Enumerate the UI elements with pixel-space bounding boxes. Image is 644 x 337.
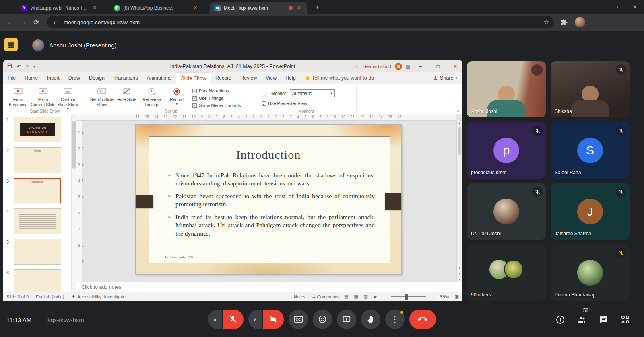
accessibility-status[interactable]: Accessibility: Investigate [71, 294, 125, 299]
tab-whatsapp-business[interactable]: ✆ (8) WhatsApp Business ✕ [109, 2, 203, 14]
tab-close-icon[interactable]: ✕ [192, 4, 199, 11]
slide-thumbnail-5[interactable]: 5 [6, 239, 70, 265]
tab-record[interactable]: Record [211, 72, 236, 84]
slide-sorter-view-button[interactable]: ▦ [354, 294, 358, 299]
window-minimize-button[interactable]: – [588, 0, 607, 14]
tab-close-icon[interactable]: ✕ [91, 4, 98, 11]
participant-tile-others[interactable]: 50 others [467, 245, 546, 301]
ribbon-display-options-icon[interactable]: ▦ [406, 64, 410, 69]
participant-tile-palu[interactable]: Dr. Palu Joshi [467, 183, 546, 240]
zoom-out-button[interactable]: − [383, 294, 385, 299]
slide-thumbnail-3-selected[interactable]: 3 Introduction [6, 178, 70, 203]
tab-meet-active[interactable]: Meet - kqx-ikvw-hxm ✕ [210, 2, 307, 14]
ppt-minimize-button[interactable]: – [414, 60, 427, 72]
tab-file[interactable]: File [3, 72, 20, 84]
tab-home[interactable]: Home [20, 72, 42, 84]
account-badge[interactable]: IS [395, 63, 402, 70]
extensions-icon[interactable] [560, 18, 568, 26]
undo-icon[interactable]: ↶ [17, 64, 21, 70]
zoom-slider[interactable] [391, 296, 426, 297]
leave-call-button[interactable] [409, 310, 436, 329]
tab-view[interactable]: View [261, 72, 281, 84]
participant-tile-saloni[interactable]: S Saloni Rana [551, 122, 630, 179]
tab-yahoo-whatsapp[interactable]: Y whatsapp web - Yahoo India Se ✕ [17, 2, 102, 14]
captions-button[interactable]: CC [289, 310, 308, 329]
share-button[interactable]: Share ▾ [433, 75, 457, 81]
scroll-down-icon[interactable]: ▼ [457, 278, 462, 281]
reading-view-button[interactable]: ▥ [364, 294, 368, 299]
mic-mute-button[interactable] [223, 310, 244, 329]
scrollbar-thumb[interactable] [72, 121, 76, 169]
slide-thumbnail-6[interactable]: 6 [6, 269, 70, 292]
use-presenter-view-checkbox[interactable]: ✓ Use Presenter View [262, 101, 335, 106]
participant-tile-poorva[interactable]: Poorva Bhardawaj [551, 245, 630, 301]
zoom-level[interactable]: 59% [440, 294, 449, 299]
participant-tile-jaishree[interactable]: J Jaishree Sharma [551, 183, 630, 240]
ppt-close-button[interactable]: ✕ [448, 60, 462, 72]
tab-transitions[interactable]: Transitions [109, 72, 142, 84]
set-up-slide-show-button[interactable]: Set Up Slide Show [89, 85, 114, 107]
profile-avatar[interactable] [575, 17, 585, 27]
tab-review[interactable]: Review [236, 72, 261, 84]
redo-icon[interactable]: ↷ [25, 64, 29, 70]
tab-animations[interactable]: Animations [142, 72, 176, 84]
editor-scrollbar[interactable]: ▲ ▲ ▼ ▼ [456, 121, 462, 282]
notes-pane[interactable]: Click to add notes [76, 282, 462, 292]
normal-view-button[interactable]: ▤ [344, 294, 348, 299]
use-timings-checkbox[interactable]: ✓ Use Timings [192, 96, 241, 101]
address-bar[interactable]: meet.google.com/kqx-ikvw-hxm ☆ [47, 16, 554, 28]
raise-hand-button[interactable] [361, 310, 380, 329]
forward-icon[interactable]: → [17, 18, 30, 26]
rehearse-timings-button[interactable]: Rehearse Timings [139, 85, 164, 107]
bookmark-star-icon[interactable]: ☆ [544, 18, 549, 26]
slide-thumbnail-2[interactable]: 2 Agenda [6, 147, 70, 173]
play-narrations-checkbox[interactable]: ✓ Play Narrations [192, 88, 241, 93]
slide-thumbnail-1[interactable]: 1 OPERATION SINDOOR [6, 117, 70, 142]
scrollbar-thumb[interactable] [458, 127, 461, 155]
from-beginning-button[interactable]: From Beginning [6, 85, 31, 107]
present-screen-button[interactable] [337, 310, 356, 329]
record-button[interactable]: Record ▾ [164, 85, 189, 106]
tell-me-box[interactable]: Tell me what you want to do [306, 75, 374, 81]
show-media-controls-checkbox[interactable]: ✓ Show Media Controls [192, 103, 241, 108]
window-close-button[interactable]: ✕ [625, 0, 644, 14]
tab-slide-show[interactable]: Slide Show [176, 72, 211, 84]
scroll-up-icon[interactable]: ▲ [457, 121, 462, 124]
next-slide-icon[interactable]: ▼ [457, 272, 462, 275]
thumbnail-scrollbar[interactable]: ▲ [71, 114, 76, 292]
zoom-slider-thumb[interactable] [405, 294, 408, 300]
site-info-icon[interactable] [52, 18, 60, 26]
save-icon[interactable] [7, 63, 12, 70]
meeting-details-button[interactable] [555, 315, 565, 326]
window-maximize-button[interactable]: □ [607, 0, 625, 14]
chat-panel-button[interactable] [599, 315, 609, 326]
participant-tile-shiksha[interactable]: Shiksha [551, 61, 630, 117]
participant-tile-anshu[interactable]: ⋯ Anshu Joshi [467, 61, 546, 117]
camera-options-chevron[interactable]: ∧ [248, 310, 262, 329]
slide-thumbnail-4[interactable]: 4 [6, 208, 70, 234]
people-panel-button[interactable]: 58 [577, 315, 587, 326]
tile-options-icon[interactable]: ⋯ [531, 64, 543, 76]
from-current-slide-button[interactable]: From Current Slide [31, 85, 56, 107]
tab-close-icon[interactable]: ✕ [296, 4, 303, 11]
language-indicator[interactable]: English (India) [36, 294, 64, 299]
reload-icon[interactable]: ⟳ [30, 18, 43, 27]
tab-help[interactable]: Help [281, 72, 300, 84]
more-options-button[interactable]: ⋮ [385, 310, 405, 329]
mic-options-chevron[interactable]: ∧ [208, 310, 222, 329]
activities-button[interactable] [621, 315, 630, 326]
zoom-in-button[interactable]: + [432, 294, 434, 299]
collapse-ribbon-icon[interactable]: ∧ [457, 109, 460, 113]
new-tab-button[interactable]: + [313, 3, 322, 12]
tab-insert[interactable]: Insert [43, 72, 64, 84]
slide-show-view-button[interactable]: ▶ [374, 294, 377, 299]
participant-tile-prospectus[interactable]: p prospectus kmm [467, 122, 546, 179]
scroll-up-icon[interactable]: ▲ [72, 115, 76, 118]
fit-to-window-button[interactable]: ▣ [455, 294, 459, 299]
comments-toggle[interactable]: Comments [311, 294, 339, 299]
back-icon[interactable]: ← [4, 18, 17, 26]
tab-draw[interactable]: Draw [64, 72, 85, 84]
custom-slide-show-button[interactable]: Custom Slide Show ▾ [56, 85, 80, 111]
reactions-button[interactable] [313, 310, 332, 329]
slide-canvas[interactable]: Introduction ➢ Since 1947 Indo-Pak Relat… [136, 125, 401, 274]
